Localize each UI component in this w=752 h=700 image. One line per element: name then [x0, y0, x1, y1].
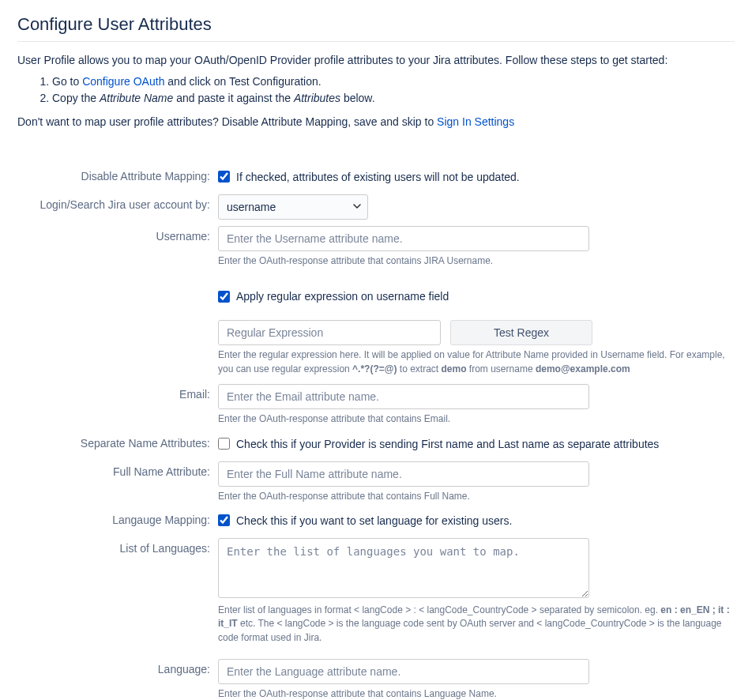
language-input[interactable]	[218, 659, 589, 684]
list-languages-help: Enter list of languages in format < lang…	[218, 604, 735, 645]
list-languages-textarea[interactable]	[218, 538, 589, 598]
intro-text: User Profile allows you to map your OAut…	[17, 53, 735, 69]
sign-in-settings-link[interactable]: Sign In Settings	[437, 115, 514, 128]
apply-regex-label: Apply regular expression on username fie…	[236, 290, 449, 303]
separate-names-desc: Check this if your Provider is sending F…	[236, 438, 659, 450]
email-input[interactable]	[218, 384, 589, 409]
label-login-search: Login/Search Jira user account by:	[17, 194, 218, 211]
email-help: Enter the OAuth-response attribute that …	[218, 412, 735, 426]
disable-mapping-desc: If checked, attributes of existing users…	[236, 171, 520, 183]
language-mapping-desc: Check this if you want to set language f…	[236, 514, 512, 527]
label-username: Username:	[17, 226, 218, 243]
login-search-select[interactable]: username	[218, 194, 368, 220]
disable-mapping-checkbox[interactable]	[218, 171, 230, 183]
regex-input[interactable]	[218, 320, 441, 345]
label-separate-names: Separate Name Attributes:	[17, 433, 218, 450]
configure-oauth-link[interactable]: Configure OAuth	[82, 75, 164, 88]
separate-names-checkbox[interactable]	[218, 438, 230, 450]
username-input[interactable]	[218, 226, 589, 251]
label-email: Email:	[17, 384, 218, 401]
skip-note: Don't want to map user profile attribute…	[17, 115, 735, 128]
steps-list: Go to Configure OAuth and click on Test …	[17, 73, 735, 107]
label-list-languages: List of Languages:	[17, 538, 218, 555]
step-2: Copy the Attribute Name and paste it aga…	[52, 90, 735, 107]
full-name-input[interactable]	[218, 461, 589, 487]
language-help: Enter the OAuth-response attribute that …	[218, 687, 735, 700]
username-help: Enter the OAuth-response attribute that …	[218, 254, 735, 268]
page-title: Configure User Attributes	[17, 14, 735, 42]
test-regex-button[interactable]: Test Regex	[450, 320, 592, 345]
regex-help: Enter the regular expression here. It wi…	[218, 348, 735, 376]
label-language: Language:	[17, 659, 218, 676]
language-mapping-checkbox[interactable]	[218, 514, 230, 526]
step-1: Go to Configure OAuth and click on Test …	[52, 73, 735, 91]
label-full-name: Full Name Attribute:	[17, 461, 218, 478]
apply-regex-checkbox[interactable]	[218, 291, 230, 303]
fullname-help: Enter the OAuth-response attribute that …	[218, 490, 735, 503]
label-disable-mapping: Disable Attribute Mapping:	[17, 166, 218, 183]
label-language-mapping: Langauge Mapping:	[17, 510, 218, 526]
